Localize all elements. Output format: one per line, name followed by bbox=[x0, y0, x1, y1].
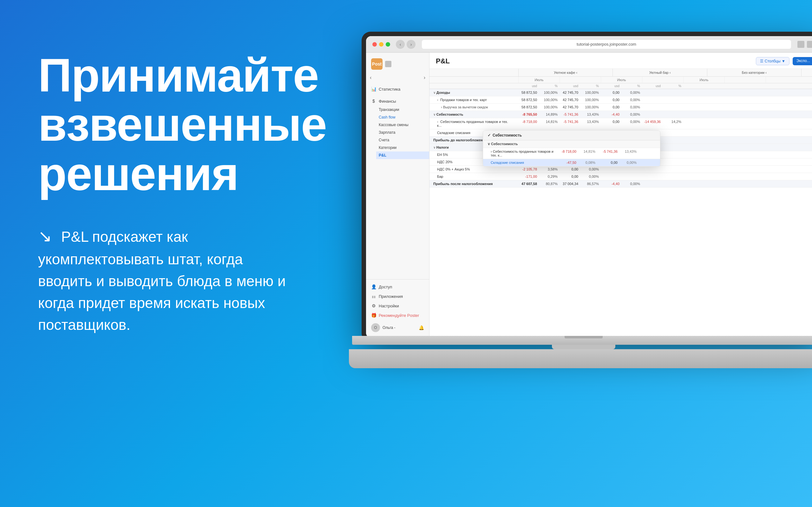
window-controls bbox=[372, 42, 390, 47]
browser-bar: ‹ › tutorial-posterpos.joinposter.com bbox=[366, 36, 812, 53]
sidebar-item-accounts[interactable]: Счета bbox=[376, 136, 429, 144]
forward-button[interactable]: › bbox=[407, 40, 415, 49]
close-button[interactable] bbox=[372, 42, 377, 47]
sidebar-item-shifts[interactable]: Кассовые смены bbox=[376, 121, 429, 129]
check-icon: ✓ bbox=[488, 133, 491, 137]
month-1: Июль bbox=[518, 77, 560, 83]
cat2-header[interactable]: Уютный бар ‹ bbox=[612, 69, 707, 76]
table-row: › Выручка за вычетом скидок 58 872,50 10… bbox=[429, 104, 812, 111]
sidebar: Post ‹ › 📊 Статистика bbox=[366, 53, 429, 338]
tooltip-row-2[interactable]: Складские списания -47,50 0,08% 0,00 0,0… bbox=[483, 159, 660, 166]
month-6 bbox=[724, 77, 766, 83]
reload-icon[interactable] bbox=[807, 41, 812, 48]
curr-usd-3: usd bbox=[601, 83, 621, 89]
table-row: НДС 0% + Акциз 5% -2 105,78 3,58% 0,00 0… bbox=[429, 166, 812, 173]
month-5: Июль bbox=[683, 77, 724, 83]
columns-button[interactable]: ☰ Столбцы ▼ bbox=[756, 57, 789, 65]
laptop-container: ‹ › tutorial-posterpos.joinposter.com bbox=[336, 32, 812, 444]
categories-header: Уютное кафе ‹ Уютный бар ‹ Без категории… bbox=[429, 69, 812, 77]
sidebar-item-finances[interactable]: $ Финансы bbox=[366, 96, 429, 106]
table-row-profit: Прибыль после налогообложения 47 607,58 … bbox=[429, 180, 812, 187]
laptop-bottom bbox=[349, 349, 812, 368]
laptop-base bbox=[352, 336, 812, 345]
maximize-button[interactable] bbox=[386, 42, 390, 47]
user-name: Ольга - bbox=[383, 326, 396, 330]
sidebar-item-recommend[interactable]: 🎁 Рекомендуйте Poster bbox=[366, 311, 429, 320]
cat3-header[interactable]: Без категории ‹ bbox=[707, 69, 801, 76]
nav-back[interactable]: ‹ bbox=[370, 75, 371, 80]
nav-forward[interactable]: › bbox=[424, 75, 425, 80]
share-icon[interactable] bbox=[798, 41, 804, 48]
minimize-button[interactable] bbox=[379, 42, 384, 47]
tooltip-section-label: ∨ Себестоимость bbox=[483, 140, 660, 148]
months-row: Июль Июль Июль bbox=[429, 77, 812, 83]
curr-usd-2: usd bbox=[560, 83, 580, 89]
cat4-header bbox=[801, 69, 812, 76]
tooltip-header: ✓ Себестоимость bbox=[483, 130, 660, 140]
statistics-icon: 📊 bbox=[371, 87, 376, 92]
laptop-screen: ‹ › tutorial-posterpos.joinposter.com bbox=[362, 32, 812, 342]
sidebar-logo: Post bbox=[366, 56, 429, 75]
table-row: Бар -171,00 0,29% 0,00 0,00% bbox=[429, 173, 812, 180]
sidebar-item-cashflow[interactable]: Cash flow bbox=[376, 113, 429, 121]
sidebar-item-statistics[interactable]: 📊 Статистика bbox=[366, 84, 429, 94]
tooltip-row-1[interactable]: › Себестоимость проданных товаров и тех.… bbox=[483, 148, 660, 159]
hero-section: Принимайте взвешенные решения ↘ P&L подс… bbox=[38, 51, 323, 336]
screen-content: ‹ › tutorial-posterpos.joinposter.com bbox=[366, 36, 812, 338]
avatar: О bbox=[371, 323, 380, 332]
url-bar[interactable]: tutorial-posterpos.joinposter.com bbox=[422, 40, 791, 49]
curr-usd-4: usd bbox=[642, 83, 663, 89]
table-row: › Продажи товаров и тех. карт 58 872,50 … bbox=[429, 96, 812, 104]
cat1-header[interactable]: Уютное кафе ‹ bbox=[518, 69, 612, 76]
hero-title: Принимайте взвешенные решения bbox=[38, 51, 323, 199]
table-row: › Себестоимость проданных товаров и тех.… bbox=[429, 118, 812, 129]
month-4 bbox=[642, 77, 683, 83]
bell-icon[interactable]: 🔔 bbox=[419, 325, 424, 330]
app-logo[interactable]: Post bbox=[371, 58, 383, 70]
main-content: P&L ☰ Столбцы ▼ Экспо... Уютное кафе ‹ У… bbox=[429, 53, 812, 338]
laptop-body bbox=[336, 336, 812, 444]
app-content: Post ‹ › 📊 Статистика bbox=[366, 53, 812, 338]
sidebar-toggle[interactable] bbox=[385, 61, 392, 67]
sidebar-item-salary[interactable]: Зарплата bbox=[376, 129, 429, 136]
sidebar-statistics: 📊 Статистика bbox=[366, 83, 429, 95]
row-label: ∨ Доходы bbox=[429, 89, 518, 96]
month-3: Июль bbox=[601, 77, 642, 83]
curr-pct-4: % bbox=[663, 83, 683, 89]
sidebar-sub-finances: Транзакции Cash flow Кассовые смены Зарп… bbox=[366, 106, 429, 159]
curr-pct-1: % bbox=[539, 83, 560, 89]
month-7 bbox=[766, 77, 807, 83]
sidebar-nav-controls: ‹ › bbox=[366, 75, 429, 83]
hero-subtitle: ↘ P&L подскажет как укомплектовывать шта… bbox=[38, 224, 298, 336]
laptop-notch bbox=[565, 336, 603, 338]
curr-pct-3: % bbox=[621, 83, 642, 89]
arrow-icon: ↘ bbox=[38, 224, 52, 248]
finances-icon: $ bbox=[371, 99, 376, 104]
page-title: P&L bbox=[436, 57, 450, 65]
laptop-hinge bbox=[552, 345, 615, 349]
url-text: tutorial-posterpos.joinposter.com bbox=[577, 42, 636, 47]
table-row: ∨ Доходы 58 872,50 100,00% 42 745,70 100… bbox=[429, 89, 812, 96]
month-2 bbox=[560, 77, 601, 83]
sidebar-item-apps[interactable]: ⚏Приложения bbox=[366, 291, 429, 301]
table-row: ∨ Себестоимость -8 765,50 14,89% -5 741,… bbox=[429, 111, 812, 118]
curr-usd-1: usd bbox=[518, 83, 539, 89]
header-actions: ☰ Столбцы ▼ Экспо... bbox=[756, 57, 812, 65]
currency-row: usd % usd % usd % usd % bbox=[429, 83, 812, 89]
main-header: P&L ☰ Столбцы ▼ Экспо... bbox=[429, 53, 812, 69]
empty-header bbox=[429, 69, 518, 76]
sidebar-item-settings[interactable]: ⚙Настройки bbox=[366, 301, 429, 311]
browser-toolbar bbox=[798, 41, 812, 48]
sidebar-item-transactions[interactable]: Транзакции bbox=[376, 106, 429, 113]
context-menu-tooltip: ✓ Себестоимость ∨ Себестоимость › Себест… bbox=[483, 130, 660, 167]
sidebar-finances: $ Финансы Транзакции Cash flow Кассовые … bbox=[366, 95, 429, 160]
user-row: О Ольга - 🔔 bbox=[366, 320, 429, 335]
sidebar-item-pl[interactable]: P&L bbox=[376, 152, 429, 159]
sidebar-bottom: 👤Доступ ⚏Приложения ⚙Настройки 🎁 Рекомен… bbox=[366, 279, 429, 338]
curr-pct-2: % bbox=[580, 83, 601, 89]
sidebar-item-categories[interactable]: Категории bbox=[376, 144, 429, 152]
sidebar-item-access[interactable]: 👤Доступ bbox=[366, 282, 429, 291]
export-button[interactable]: Экспо... bbox=[793, 57, 812, 65]
back-button[interactable]: ‹ bbox=[396, 40, 405, 49]
nav-buttons: ‹ › bbox=[396, 40, 415, 49]
